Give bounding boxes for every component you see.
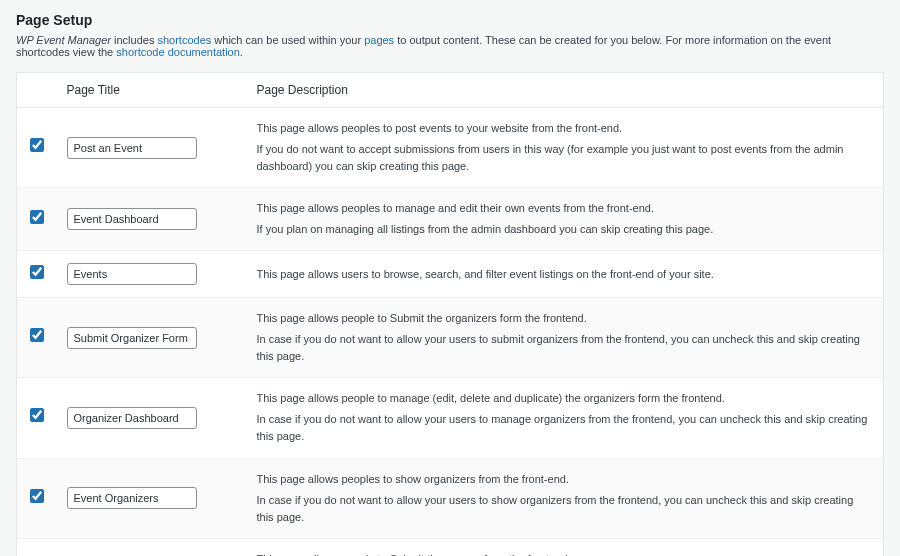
table-row: This page allows people to Submit the or… — [17, 298, 884, 378]
page-description-cell: This page allows people to Submit the ve… — [247, 538, 884, 556]
page-title-input[interactable] — [67, 407, 197, 429]
page-description-line: In case if you do not want to allow your… — [257, 411, 874, 445]
checkbox-cell — [17, 298, 57, 378]
page-title-input[interactable] — [67, 208, 197, 230]
page-description-line: This page allows peoples to manage and e… — [257, 200, 874, 217]
page-description-line: This page allows people to Submit the or… — [257, 310, 874, 327]
page-title-cell — [57, 251, 247, 298]
page-description-cell: This page allows people to manage (edit,… — [247, 378, 884, 458]
page-title-input[interactable] — [67, 327, 197, 349]
column-header-checkbox — [17, 73, 57, 108]
page-description-line: This page allows people to manage (edit,… — [257, 390, 874, 407]
page-title-cell — [57, 108, 247, 188]
page-title-cell — [57, 458, 247, 538]
page-description-cell: This page allows users to browse, search… — [247, 251, 884, 298]
page-description-line: If you plan on managing all listings fro… — [257, 221, 874, 238]
checkbox-cell — [17, 538, 57, 556]
page-description-line: This page allows users to browse, search… — [257, 266, 874, 283]
page-description-cell: This page allows people to Submit the or… — [247, 298, 884, 378]
page-title-cell — [57, 188, 247, 251]
checkbox-cell — [17, 458, 57, 538]
checkbox-cell — [17, 188, 57, 251]
plugin-name: WP Event Manager — [16, 34, 111, 46]
row-checkbox[interactable] — [30, 489, 44, 503]
row-checkbox[interactable] — [30, 408, 44, 422]
page-title-input[interactable] — [67, 137, 197, 159]
pages-link[interactable]: pages — [364, 34, 394, 46]
page-title-input[interactable] — [67, 263, 197, 285]
checkbox-cell — [17, 378, 57, 458]
shortcode-documentation-link[interactable]: shortcode documentation — [116, 46, 240, 58]
row-checkbox[interactable] — [30, 328, 44, 342]
row-checkbox[interactable] — [30, 138, 44, 152]
table-row: This page allows people to manage (edit,… — [17, 378, 884, 458]
table-row: This page allows peoples to show organiz… — [17, 458, 884, 538]
page-title-input[interactable] — [67, 487, 197, 509]
page-title-cell — [57, 538, 247, 556]
page-description-line: In case if you do not want to allow your… — [257, 492, 874, 526]
page-title-cell — [57, 298, 247, 378]
page-description-line: If you do not want to accept submissions… — [257, 141, 874, 175]
page-setup-table: Page Title Page Description This page al… — [16, 72, 884, 556]
page-description-cell: This page allows peoples to post events … — [247, 108, 884, 188]
page-description-cell: This page allows peoples to show organiz… — [247, 458, 884, 538]
page-description-line: In case if you do not want to allow your… — [257, 331, 874, 365]
row-checkbox[interactable] — [30, 265, 44, 279]
table-row: This page allows people to Submit the ve… — [17, 538, 884, 556]
page-description-line: This page allows peoples to post events … — [257, 120, 874, 137]
column-header-page-description: Page Description — [247, 73, 884, 108]
shortcodes-link[interactable]: shortcodes — [157, 34, 211, 46]
page-description-line: This page allows people to Submit the ve… — [257, 551, 874, 556]
row-checkbox[interactable] — [30, 210, 44, 224]
table-row: This page allows peoples to post events … — [17, 108, 884, 188]
intro-text: WP Event Manager includes shortcodes whi… — [16, 34, 884, 58]
checkbox-cell — [17, 108, 57, 188]
checkbox-cell — [17, 251, 57, 298]
table-row: This page allows users to browse, search… — [17, 251, 884, 298]
page-title-cell — [57, 378, 247, 458]
column-header-page-title: Page Title — [57, 73, 247, 108]
page-description-line: This page allows peoples to show organiz… — [257, 471, 874, 488]
table-row: This page allows peoples to manage and e… — [17, 188, 884, 251]
page-setup-heading: Page Setup — [16, 12, 884, 28]
page-description-cell: This page allows peoples to manage and e… — [247, 188, 884, 251]
